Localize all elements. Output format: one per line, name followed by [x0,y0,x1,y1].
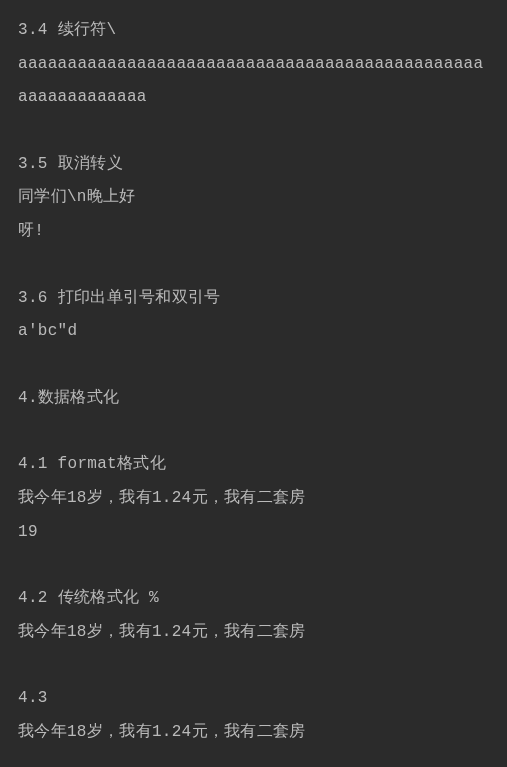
output-line: 我今年18岁，我有1.24元，我有二套房 [18,616,489,650]
output-line: 我今年18岁，我有1.24元，我有二套房 [18,716,489,750]
blank-line [18,649,489,682]
output-line: 3.5 取消转义 [18,148,489,182]
blank-line [18,249,489,282]
output-line: aaaaaaaaaaaaaaaaaaaaaaaaaaaaaaaaaaaaaaaa… [18,48,489,115]
console-output: 3.4 续行符\ aaaaaaaaaaaaaaaaaaaaaaaaaaaaaaa… [18,14,489,750]
output-line: 4.1 format格式化 [18,448,489,482]
blank-line [18,415,489,448]
output-line: 我今年18岁，我有1.24元，我有二套房 [18,482,489,516]
output-line: 3.6 打印出单引号和双引号 [18,282,489,316]
output-line: a'bc"d [18,315,489,349]
output-line: 同学们\n晚上好 [18,181,489,215]
output-line: 4.数据格式化 [18,382,489,416]
output-line: 4.2 传统格式化 % [18,582,489,616]
output-line: 19 [18,516,489,550]
blank-line [18,349,489,382]
output-line: 呀! [18,215,489,249]
blank-line [18,115,489,148]
blank-line [18,549,489,582]
output-line: 3.4 续行符\ [18,14,489,48]
output-line: 4.3 [18,682,489,716]
